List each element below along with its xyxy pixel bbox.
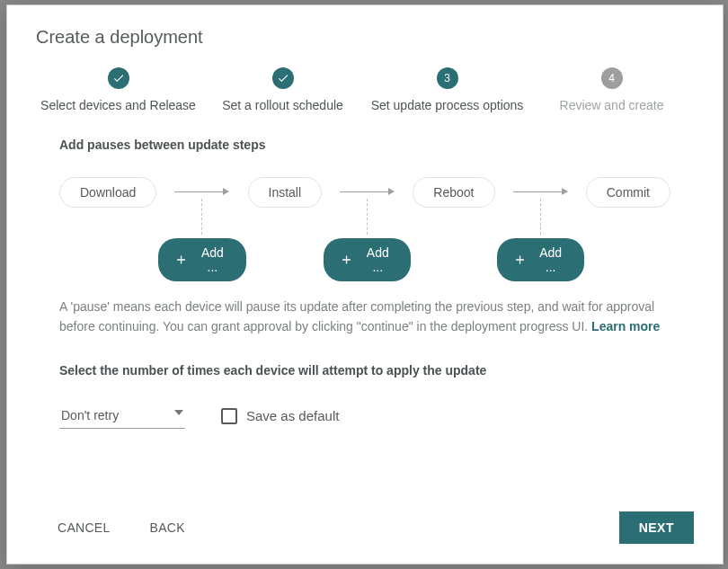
flow-node-download: Download xyxy=(59,177,156,208)
check-icon xyxy=(272,67,294,89)
add-label: Add ... xyxy=(360,245,395,274)
add-pause-button[interactable]: Add ... xyxy=(324,238,411,281)
node-label: Reboot xyxy=(413,177,494,208)
step-3[interactable]: 3 Set update process options xyxy=(365,67,529,112)
flow-node-install: Install xyxy=(248,177,323,208)
step-1[interactable]: Select devices and Release xyxy=(36,67,200,112)
add-label: Add ... xyxy=(534,245,568,274)
dialog-body: Create a deployment Select devices and R… xyxy=(7,5,723,495)
node-label: Install xyxy=(248,177,323,208)
add-pause-button[interactable]: Add ... xyxy=(497,238,584,281)
flow-gap-3: Add ... xyxy=(497,177,584,281)
step-label: Select devices and Release xyxy=(40,98,196,112)
flow-gap-2: Add ... xyxy=(324,177,411,281)
deployment-dialog: Create a deployment Select devices and R… xyxy=(6,4,724,565)
retry-row: Don't retry Save as default xyxy=(59,403,670,429)
desc-text: A 'pause' means each device will pause i… xyxy=(59,299,654,333)
save-default-row[interactable]: Save as default xyxy=(221,408,339,424)
add-pause-button[interactable]: Add ... xyxy=(158,238,245,281)
node-label: Download xyxy=(59,177,156,208)
dialog-footer: CANCEL BACK NEXT xyxy=(7,495,723,564)
arrow-icon xyxy=(174,188,229,195)
save-default-label: Save as default xyxy=(246,408,339,423)
plus-icon xyxy=(513,253,527,267)
add-label: Add ... xyxy=(195,245,229,274)
learn-more-link[interactable]: Learn more xyxy=(591,319,660,333)
plus-icon xyxy=(174,253,188,267)
chevron-down-icon xyxy=(174,410,183,415)
cancel-button[interactable]: CANCEL xyxy=(58,520,111,535)
flow-gap-1: Add ... xyxy=(158,177,245,281)
update-flow: Download Add ... Install xyxy=(59,177,670,281)
arrow-icon xyxy=(513,188,568,195)
dashed-connector xyxy=(201,199,202,235)
step-2[interactable]: Set a rollout schedule xyxy=(200,67,365,112)
pauses-description: A 'pause' means each device will pause i… xyxy=(59,298,670,336)
step-label: Set update process options xyxy=(371,98,524,112)
save-default-checkbox[interactable] xyxy=(221,408,237,424)
retry-heading: Select the number of times each device w… xyxy=(59,363,670,378)
flow-node-reboot: Reboot xyxy=(413,177,494,208)
flow-node-commit: Commit xyxy=(586,177,670,208)
pauses-section: Add pauses between update steps Download… xyxy=(59,138,670,429)
back-button[interactable]: BACK xyxy=(150,520,185,535)
dashed-connector xyxy=(367,199,368,235)
step-number-icon: 3 xyxy=(437,67,458,89)
step-number-icon: 4 xyxy=(601,67,623,89)
dialog-title: Create a deployment xyxy=(36,27,694,48)
step-label: Set a rollout schedule xyxy=(222,98,343,112)
arrow-icon xyxy=(340,188,395,195)
step-4[interactable]: 4 Review and create xyxy=(529,67,694,112)
stepper: Select devices and Release Set a rollout… xyxy=(36,67,694,112)
retry-select[interactable]: Don't retry xyxy=(59,403,185,429)
plus-icon xyxy=(340,253,353,267)
check-icon xyxy=(108,67,129,89)
pauses-heading: Add pauses between update steps xyxy=(59,138,670,152)
retry-select-value: Don't retry xyxy=(61,408,119,422)
node-label: Commit xyxy=(586,177,670,208)
dashed-connector xyxy=(540,199,541,235)
next-button[interactable]: NEXT xyxy=(619,511,694,544)
step-label: Review and create xyxy=(560,98,664,112)
